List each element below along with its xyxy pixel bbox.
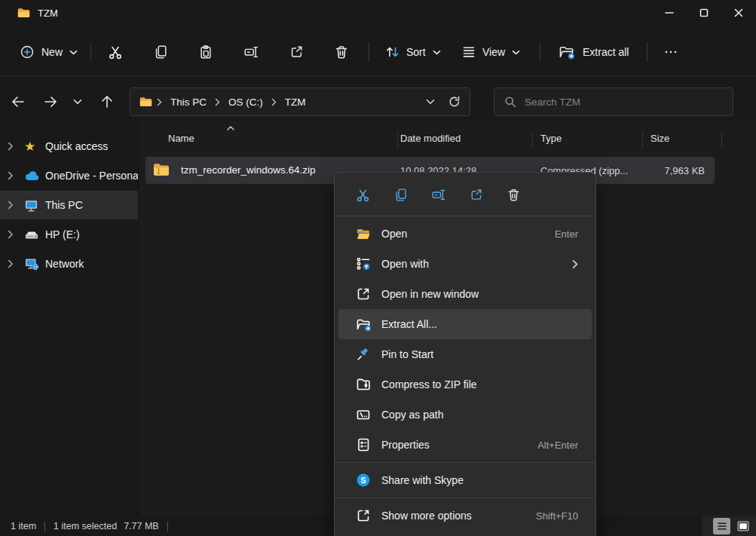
menu-item-label: Pin to Start bbox=[381, 348, 578, 360]
column-header-date-modified[interactable]: Date modified bbox=[400, 133, 461, 144]
svg-text:S: S bbox=[360, 476, 366, 485]
open-with-icon bbox=[356, 256, 381, 271]
menu-item-open-in-new-window[interactable]: Open in new window bbox=[338, 279, 592, 309]
star-icon: ★ bbox=[24, 140, 45, 153]
delete-button[interactable] bbox=[325, 37, 358, 67]
breadcrumb-tzm[interactable]: TZM bbox=[281, 96, 310, 108]
new-button[interactable]: New bbox=[11, 37, 87, 67]
menu-item-open-with[interactable]: Open with bbox=[338, 249, 592, 279]
close-button[interactable] bbox=[721, 0, 756, 26]
cut-button[interactable] bbox=[344, 181, 381, 208]
menu-item-open[interactable]: Open Enter bbox=[338, 219, 592, 249]
menu-item-extract-all[interactable]: Extract All... bbox=[338, 309, 592, 339]
forward-button[interactable] bbox=[37, 88, 64, 115]
zip-compress-icon bbox=[356, 377, 381, 392]
copy-button[interactable] bbox=[144, 37, 177, 67]
menu-item-label: Compress to ZIP file bbox=[381, 378, 578, 391]
navigation-pane: ★ Quick access OneDrive - Persona This P… bbox=[0, 121, 138, 516]
menu-item-pin-to-start[interactable]: Pin to Start bbox=[338, 339, 592, 369]
chevron-down-icon bbox=[512, 50, 520, 55]
share-button[interactable] bbox=[280, 37, 313, 67]
share-button[interactable] bbox=[457, 181, 494, 208]
command-bar: New Sort bbox=[0, 26, 756, 76]
menu-item-copy-as-path[interactable]: Copy as path bbox=[338, 400, 592, 430]
selection-size: 7.77 MB bbox=[124, 521, 159, 531]
cut-icon bbox=[356, 188, 370, 202]
chevron-right-icon[interactable] bbox=[8, 142, 24, 151]
search-box[interactable] bbox=[494, 87, 733, 116]
column-separator[interactable] bbox=[397, 131, 398, 148]
column-header-type[interactable]: Type bbox=[540, 133, 562, 144]
menu-separator bbox=[335, 216, 595, 216]
menu-item-label: Share with Skype bbox=[381, 474, 578, 486]
see-more-button[interactable] bbox=[654, 37, 687, 67]
toolbar-separator bbox=[540, 42, 540, 62]
column-separator[interactable] bbox=[721, 131, 722, 148]
breadcrumb-os-c[interactable]: OS (C:) bbox=[225, 96, 267, 108]
up-button[interactable] bbox=[93, 88, 121, 115]
minimize-button[interactable] bbox=[652, 0, 687, 26]
toolbar-separator bbox=[647, 42, 647, 62]
chevron-right-icon[interactable] bbox=[8, 230, 24, 239]
column-separator[interactable] bbox=[642, 131, 643, 148]
column-header-size[interactable]: Size bbox=[650, 133, 669, 144]
menu-item-compress-to-zip[interactable]: Compress to ZIP file bbox=[338, 369, 592, 400]
plus-circle-icon bbox=[20, 44, 35, 60]
menu-item-label: Extract All... bbox=[381, 318, 578, 330]
sort-button[interactable]: Sort bbox=[377, 37, 448, 67]
menu-item-label: Open bbox=[381, 228, 555, 240]
extract-all-button[interactable]: Extract all bbox=[549, 37, 638, 67]
context-menu: Open Enter Open with Open in new window bbox=[334, 172, 596, 536]
search-input[interactable] bbox=[525, 96, 723, 108]
sidebar-item-onedrive[interactable]: OneDrive - Persona bbox=[0, 161, 138, 190]
monitor-icon bbox=[24, 199, 45, 212]
back-button[interactable] bbox=[5, 88, 32, 115]
maximize-button[interactable] bbox=[687, 0, 721, 26]
open-folder-icon bbox=[356, 227, 381, 241]
properties-icon bbox=[356, 437, 381, 452]
address-dropdown-chevron-icon[interactable] bbox=[426, 99, 435, 105]
extract-all-button-label: Extract all bbox=[583, 46, 629, 58]
chevron-right-icon[interactable] bbox=[8, 201, 24, 210]
copy-as-path-icon bbox=[356, 407, 381, 422]
cut-button[interactable] bbox=[99, 37, 132, 67]
large-icons-view-button[interactable] bbox=[734, 518, 751, 534]
sort-ascending-caret-icon bbox=[227, 126, 234, 130]
column-separator[interactable] bbox=[532, 131, 533, 148]
sidebar-item-network[interactable]: Network bbox=[0, 250, 138, 278]
view-button[interactable]: View bbox=[455, 37, 528, 67]
menu-item-properties[interactable]: Properties Alt+Enter bbox=[338, 430, 592, 460]
chevron-right-icon[interactable] bbox=[8, 171, 24, 180]
chevron-right-icon[interactable] bbox=[8, 259, 24, 268]
menu-item-label: Properties bbox=[381, 439, 537, 451]
title-bar: TZM bbox=[0, 0, 756, 26]
details-view-button[interactable] bbox=[713, 518, 730, 534]
menu-item-show-more-options[interactable]: Show more options Shift+F10 bbox=[338, 501, 592, 531]
delete-button[interactable] bbox=[494, 181, 532, 208]
rename-button[interactable] bbox=[419, 181, 457, 208]
menu-item-share-with-skype[interactable]: S Share with Skype bbox=[338, 465, 592, 495]
folder-icon bbox=[139, 96, 152, 107]
copy-button[interactable] bbox=[381, 181, 419, 208]
sidebar-item-this-pc[interactable]: This PC bbox=[0, 191, 138, 219]
copy-icon bbox=[153, 44, 168, 60]
recent-locations-button[interactable] bbox=[68, 88, 87, 115]
status-divider bbox=[44, 522, 45, 531]
rename-icon bbox=[243, 44, 259, 60]
details-view-icon bbox=[717, 521, 727, 531]
refresh-icon[interactable] bbox=[448, 96, 461, 108]
address-bar[interactable]: This PC OS (C:) TZM bbox=[130, 87, 470, 116]
chevron-down-icon bbox=[433, 50, 441, 55]
rename-button[interactable] bbox=[234, 37, 268, 67]
paste-button[interactable] bbox=[189, 37, 222, 67]
sort-button-label: Sort bbox=[406, 46, 426, 58]
skype-icon: S bbox=[356, 473, 381, 488]
rename-icon bbox=[431, 188, 445, 202]
sidebar-item-hp-e[interactable]: HP (E:) bbox=[0, 220, 138, 249]
trash-icon bbox=[334, 44, 349, 60]
column-header-name[interactable]: Name bbox=[168, 133, 194, 144]
chevron-down-icon bbox=[69, 50, 78, 55]
breadcrumb-this-pc[interactable]: This PC bbox=[167, 96, 210, 108]
sidebar-item-quick-access[interactable]: ★ Quick access bbox=[0, 132, 138, 161]
view-icon bbox=[462, 45, 476, 59]
